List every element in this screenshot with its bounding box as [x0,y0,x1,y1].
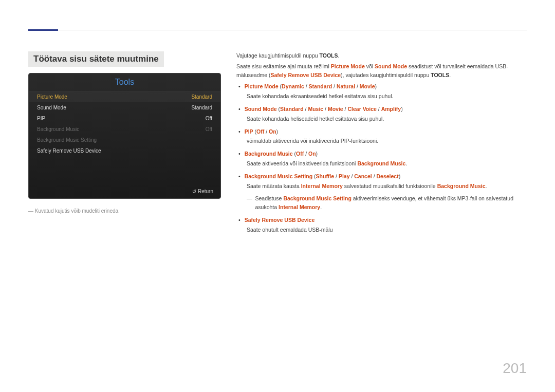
content-area: Töötava sisu sätete muutmine Tools Pictu… [28,51,527,238]
bullet-pip: • PIP (Off / On) võimaldab aktiveerida v… [236,127,527,146]
return-label: Return [198,189,213,194]
tools-row-bg-music: Background Music Off [29,124,220,135]
bullet-dot: • [236,82,245,91]
bullet-dot: • [236,172,245,181]
tools-panel: Tools Picture Mode Standard Sound Mode S… [28,73,221,199]
section-title: Töötava sisu sätete muutmine [28,51,164,67]
paragraph-1: Vajutage kaugjuhtimispuldil nuppu TOOLS. [236,51,527,60]
bullet-dot: • [236,216,245,225]
paragraph-2: Saate sisu esitamise ajal muuta režiimi … [236,62,527,80]
bullet-picture-mode: • Picture Mode (Dynamic / Standard / Nat… [236,82,527,101]
top-accent [28,29,58,31]
tools-row-picture-mode[interactable]: Picture Mode Standard [29,91,220,102]
tools-panel-title: Tools [29,73,220,91]
row-label: Safely Remove USB Device [37,148,101,154]
row-label: Sound Mode [37,105,66,110]
row-label: Background Music [37,126,79,132]
row-value: Standard [191,94,212,100]
top-border [28,30,527,30]
dash-icon: ― [247,194,255,212]
row-value: Standard [191,105,212,110]
tools-row-bg-music-setting: Background Music Setting [29,135,220,145]
image-footnote: Kuvatud kujutis võib mudeliti erineda. [28,208,221,214]
row-label: Picture Mode [37,94,67,100]
bullet-safely-remove: • Safely Remove USB Device Saate ohutult… [236,216,527,234]
tools-row-safely-remove[interactable]: Safely Remove USB Device [29,145,220,156]
bullet-dot: • [236,150,245,158]
row-value: Off [206,116,212,121]
bullet-bg-music: • Background Music (Off / On) Saate akti… [236,150,527,168]
row-label: PIP [37,116,45,121]
row-value: Off [206,126,212,132]
row-label: Background Music Setting [37,137,97,143]
left-column: Töötava sisu sätete muutmine Tools Pictu… [28,51,221,238]
bullet-dot: • [236,105,245,114]
page-number: 201 [503,360,527,377]
tools-row-pip[interactable]: PIP Off [29,113,220,124]
tools-row-sound-mode[interactable]: Sound Mode Standard [29,102,220,113]
bullet-dot: • [236,127,245,136]
bullet-bg-music-setting: • Background Music Setting (Shuffle / Pl… [236,172,527,212]
note-line: ― Seadistuse Background Music Setting ak… [247,194,527,212]
return-icon: ↺ [192,189,196,194]
right-column: Vajutage kaugjuhtimispuldil nuppu TOOLS.… [236,51,527,238]
return-button[interactable]: ↺Return [192,189,213,194]
bullet-sound-mode: • Sound Mode (Standard / Music / Movie /… [236,105,527,123]
